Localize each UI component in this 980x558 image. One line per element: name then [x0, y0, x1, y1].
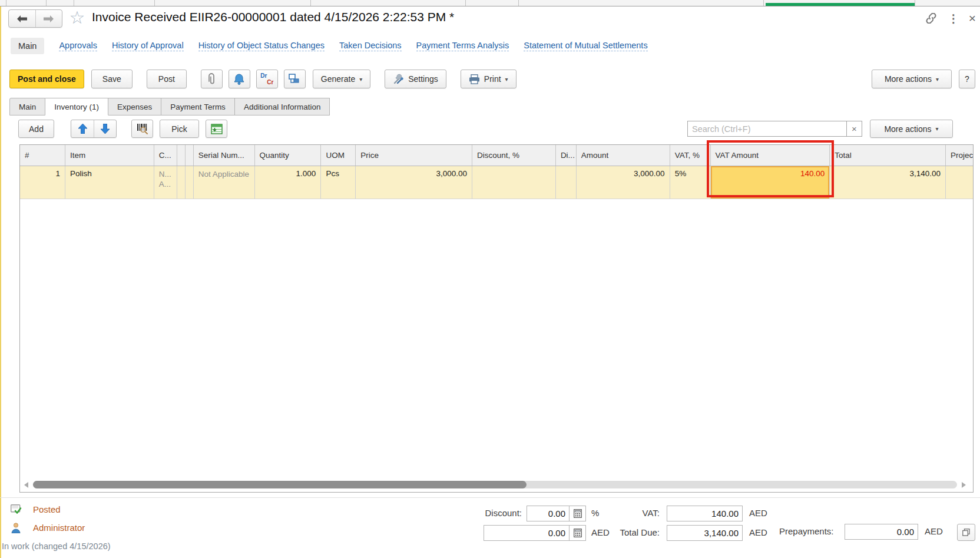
generate-button[interactable]: Generate▾ — [313, 70, 370, 88]
tab-additional-information[interactable]: Additional Information — [235, 98, 330, 115]
bell-icon — [234, 74, 244, 85]
col-header-blank-2[interactable] — [186, 145, 194, 166]
scrollbar-thumb[interactable] — [33, 481, 527, 488]
cell-serial-number[interactable]: Not Applicable — [194, 166, 255, 199]
col-header-di[interactable]: Di... — [556, 145, 577, 166]
calculator-icon — [574, 529, 582, 537]
prepayments-currency: AED — [925, 526, 943, 536]
col-header-total[interactable]: Total — [830, 145, 946, 166]
pick-items-button[interactable]: Pick — [160, 120, 199, 138]
fill-table-button[interactable] — [206, 120, 227, 138]
col-header-uom[interactable]: UOM — [321, 145, 356, 166]
vat-currency: AED — [749, 508, 767, 518]
help-button[interactable]: ? — [959, 70, 975, 88]
form-more-actions-button[interactable]: More actions▾ — [872, 70, 952, 88]
col-header-num[interactable]: # — [20, 145, 65, 166]
cell-quantity[interactable]: 1.000 — [255, 166, 322, 199]
add-row-button[interactable]: Add — [18, 120, 54, 138]
cell-uom[interactable]: Pcs — [321, 166, 356, 199]
discount-percent-input[interactable] — [527, 506, 570, 521]
back-button[interactable] — [9, 10, 35, 27]
clear-search-button[interactable]: × — [847, 121, 862, 137]
cell-amount[interactable]: 3,000.00 — [577, 166, 670, 199]
nav-item-main[interactable]: Main — [11, 38, 44, 54]
history-nav-buttons — [8, 9, 62, 28]
cell-di[interactable] — [556, 166, 577, 199]
col-header-price[interactable]: Price — [356, 145, 472, 166]
tab-inventory[interactable]: Inventory (1) — [45, 98, 108, 115]
author-label[interactable]: Administrator — [33, 523, 85, 533]
cell-total[interactable]: 3,140.00 — [830, 166, 946, 199]
document-structure-button[interactable] — [284, 70, 306, 88]
nav-item-taken-decisions[interactable]: Taken Decisions — [339, 41, 402, 51]
search-input[interactable] — [687, 121, 847, 137]
printer-icon — [469, 74, 480, 84]
cell-num[interactable]: 1 — [20, 166, 65, 199]
discount-amount-calculator-button[interactable] — [570, 525, 586, 541]
prepayments-label: Prepayments: — [779, 526, 840, 536]
print-button[interactable]: Print▾ — [461, 70, 517, 88]
col-header-discount-pct[interactable]: Discount, % — [472, 145, 556, 166]
col-header-item[interactable]: Item — [65, 145, 154, 166]
paperclip-icon — [206, 73, 217, 85]
forward-arrow-icon — [44, 15, 54, 22]
close-window-button[interactable]: × — [965, 11, 980, 26]
col-header-amount[interactable]: Amount — [577, 145, 670, 166]
cell-price[interactable]: 3,000.00 — [356, 166, 472, 199]
posted-status-label[interactable]: Posted — [33, 504, 61, 514]
col-header-vat-pct[interactable]: VAT, % — [670, 145, 711, 166]
form-nav-links: Main Approvals History of Approval Histo… — [11, 37, 648, 55]
cell-blank-1[interactable] — [177, 166, 186, 199]
scroll-left-arrow[interactable] — [24, 482, 28, 488]
horizontal-scrollbar[interactable] — [23, 480, 967, 489]
col-header-blank-1[interactable] — [177, 145, 186, 166]
tab-main[interactable]: Main — [9, 98, 45, 115]
calculator-icon — [574, 509, 582, 518]
nav-item-statement-of-mutual-settlements[interactable]: Statement of Mutual Settlements — [524, 41, 647, 51]
col-header-project-task[interactable]: Project Tas — [946, 145, 973, 166]
chevron-down-icon: ▾ — [359, 76, 362, 82]
nav-item-approvals[interactable]: Approvals — [59, 41, 97, 51]
dr-cr-postings-button[interactable]: Dr Cr — [256, 70, 278, 88]
tab-expenses[interactable]: Expenses — [108, 98, 161, 115]
attachments-button[interactable] — [201, 70, 223, 88]
post-button[interactable]: Post — [147, 70, 187, 88]
grid-more-actions-button[interactable]: More actions▾ — [870, 120, 953, 138]
forward-button[interactable] — [35, 10, 62, 27]
table-row[interactable]: 1 Polish N... A... Not Applicable 1.000 … — [20, 166, 973, 199]
cell-characteristic[interactable]: N... A... — [154, 166, 177, 199]
barcode-scan-button[interactable] — [131, 120, 153, 138]
discount-amount-input[interactable] — [484, 525, 570, 541]
cell-item[interactable]: Polish — [65, 166, 154, 199]
col-header-serial-number[interactable]: Serial Num... — [194, 145, 255, 166]
col-header-vat-amount[interactable]: VAT Amount — [711, 145, 830, 166]
window-menu-button[interactable]: ⋮ — [946, 11, 961, 26]
form-tabs: Main Inventory (1) Expenses Payment Term… — [9, 98, 330, 115]
structure-icon — [289, 74, 300, 84]
favorite-star-icon[interactable]: ☆ — [67, 8, 87, 28]
move-row-down-button[interactable] — [94, 120, 116, 137]
cell-vat-pct[interactable]: 5% — [670, 166, 711, 199]
cell-project-task[interactable] — [946, 166, 973, 199]
post-and-close-button[interactable]: Post and close — [9, 70, 84, 88]
scroll-right-arrow[interactable] — [962, 482, 966, 488]
nav-item-history-of-approval[interactable]: History of Approval — [112, 41, 184, 51]
discount-percent-calculator-button[interactable] — [570, 506, 586, 521]
settings-button[interactable]: Settings — [385, 70, 446, 88]
cell-blank-2[interactable] — [186, 166, 194, 199]
reminder-button[interactable] — [229, 70, 250, 88]
copy-link-button[interactable] — [923, 11, 939, 26]
cell-discount-pct[interactable] — [472, 166, 556, 199]
tab-payment-terms[interactable]: Payment Terms — [161, 98, 235, 115]
col-header-quantity[interactable]: Quantity — [255, 145, 322, 166]
nav-item-history-of-object-status-changes[interactable]: History of Object Status Changes — [198, 41, 325, 51]
move-row-up-button[interactable] — [71, 120, 94, 137]
prepayments-input[interactable] — [845, 524, 918, 540]
col-header-characteristic[interactable]: C... — [154, 145, 177, 166]
vat-total-input[interactable] — [667, 506, 743, 521]
detach-panel-button[interactable] — [957, 524, 975, 541]
save-button[interactable]: Save — [91, 70, 133, 88]
total-due-input[interactable] — [667, 525, 743, 541]
nav-item-payment-terms-analysis[interactable]: Payment Terms Analysis — [416, 41, 509, 51]
cell-vat-amount-selected[interactable]: 140.00 — [711, 166, 830, 199]
